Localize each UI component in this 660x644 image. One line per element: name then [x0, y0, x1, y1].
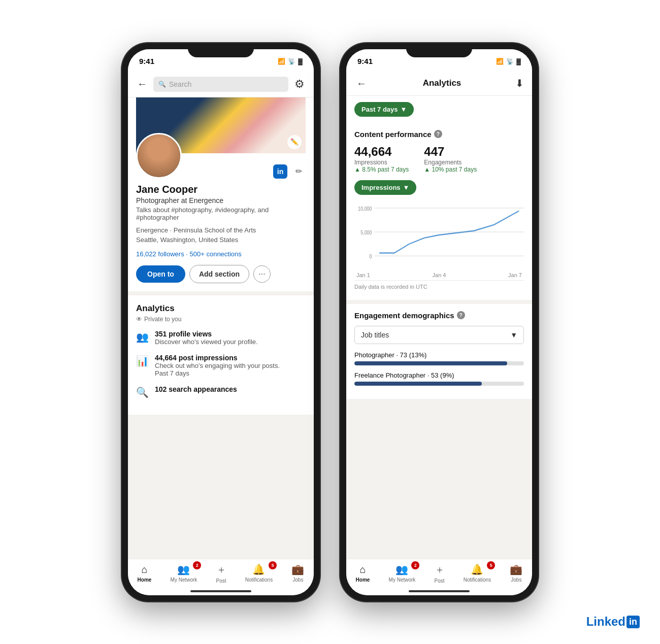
connections-link[interactable]: 500+ connections — [190, 250, 242, 258]
job-titles-dropdown[interactable]: Job titles ▼ — [354, 326, 524, 344]
chart-label-jan1: Jan 1 — [356, 272, 370, 278]
linkedin-branding: Linked in — [586, 615, 640, 629]
network-icon-left: 👥 — [177, 563, 190, 575]
impressions-filter-button[interactable]: Impressions ▼ — [354, 180, 416, 195]
svg-text:0: 0 — [369, 253, 372, 259]
edit-cover-button[interactable]: ✏️ — [287, 135, 302, 149]
analytics-views-text: 351 profile views Discover who's viewed … — [155, 330, 258, 346]
tab-network-left[interactable]: 👥 2 My Network — [171, 563, 197, 583]
content-performance-section: Content performance ? 44,664 Impressions… — [346, 123, 532, 300]
linkedin-in-badge: in — [626, 616, 640, 628]
tab-network-label-right: My Network — [389, 577, 416, 583]
notifications-icon-left: 🔔 — [252, 563, 265, 575]
right-phone: 9:41 📶 📡 ▓ ← Analytics ⬇ Past 7 days — [340, 43, 538, 601]
tab-notifications-label-right: Notifications — [464, 577, 491, 583]
analytics-item-impressions[interactable]: 📊 44,664 post impressions Check out who'… — [136, 354, 306, 377]
impressions-metric: 44,664 Impressions ▲ 8.5% past 7 days — [354, 145, 409, 173]
scroll-content-left: ✏️ in ✏ Jane Coop — [128, 97, 314, 564]
status-time-right: 9:41 — [357, 57, 373, 65]
open-to-button[interactable]: Open to — [136, 265, 185, 283]
engagement-help[interactable]: ? — [457, 311, 465, 319]
engagement-demographics-section: Engagement demographics ? Job titles ▼ P… — [346, 304, 532, 399]
chart-container: 10,000 5,000 0 — [354, 202, 524, 268]
back-button-right[interactable]: ← — [354, 76, 369, 91]
analytics-section-title: Analytics — [136, 303, 306, 314]
edit-profile-button[interactable]: ✏ — [291, 164, 306, 179]
tab-home-left[interactable]: ⌂ Home — [138, 564, 152, 583]
action-buttons: Open to Add section ··· — [136, 265, 306, 283]
analytics-views-desc: Discover who's viewed your profile. — [155, 338, 258, 346]
search-appearances-icon: 🔍 — [136, 386, 149, 398]
profile-name: Jane Cooper — [136, 184, 306, 195]
download-button[interactable]: ⬇ — [515, 77, 524, 89]
profile-location: Energence · Peninsula School of the Arts… — [136, 225, 306, 245]
notch-right — [406, 43, 472, 57]
analytics-search-title: 102 search appearances — [155, 385, 237, 393]
search-icon-left: 🔍 — [158, 81, 166, 88]
back-button-left[interactable]: ← — [135, 76, 149, 92]
notifications-badge-left: 5 — [269, 561, 277, 569]
svg-text:5,000: 5,000 — [360, 229, 372, 235]
demographic-photographer: Photographer · 73 (13%) — [354, 351, 524, 365]
notifications-icon-right: 🔔 — [471, 563, 483, 575]
post-icon-right: ＋ — [435, 563, 445, 577]
demographic-photographer-label: Photographer · 73 (13%) — [354, 351, 524, 359]
tab-notifications-label-left: Notifications — [245, 577, 273, 583]
content-perf-help[interactable]: ? — [434, 130, 442, 138]
demographic-freelance: Freelance Photographer · 53 (9%) — [354, 371, 524, 386]
add-section-button[interactable]: Add section — [189, 265, 249, 283]
analytics-search-text: 102 search appearances — [155, 385, 237, 393]
analytics-item-views[interactable]: 👥 351 profile views Discover who's viewe… — [136, 330, 306, 346]
analytics-impressions-desc: Check out who's engaging with your posts… — [155, 362, 280, 369]
dropdown-chevron: ▼ — [510, 331, 517, 339]
tab-jobs-label-left: Jobs — [292, 577, 303, 583]
impressions-change: ▲ 8.5% past 7 days — [354, 166, 409, 173]
analytics-panel: Analytics 👁 Private to you 👥 351 profile… — [128, 295, 314, 415]
search-box-left[interactable]: 🔍 Search — [153, 77, 288, 92]
tab-jobs-right[interactable]: 💼 Jobs — [510, 563, 522, 583]
followers-link[interactable]: 16,022 followers — [136, 250, 184, 258]
tab-notifications-left[interactable]: 🔔 5 Notifications — [245, 563, 273, 583]
analytics-impressions-text: 44,664 post impressions Check out who's … — [155, 354, 280, 377]
linkedin-badge-btn[interactable]: in — [273, 164, 287, 179]
profile-title: Photographer at Energence — [136, 196, 306, 205]
demographic-bar-fill-1 — [354, 361, 507, 365]
analytics-impressions-title: 44,664 post impressions — [155, 354, 280, 362]
tab-home-label-left: Home — [138, 577, 152, 583]
jobs-icon-left: 💼 — [291, 563, 304, 575]
more-options-button[interactable]: ··· — [253, 265, 271, 283]
tab-notifications-right[interactable]: 🔔 5 Notifications — [464, 563, 491, 583]
engagements-value: 447 — [424, 145, 477, 159]
demographic-bar-fill-2 — [354, 382, 482, 386]
notifications-badge-right: 5 — [487, 561, 495, 569]
tab-home-label-right: Home — [356, 577, 370, 583]
network-icon-right: 👥 — [395, 563, 408, 575]
followers-row: 16,022 followers · 500+ connections — [136, 250, 306, 258]
svg-text:10,000: 10,000 — [358, 205, 372, 211]
time-filter-button[interactable]: Past 7 days ▼ — [354, 102, 414, 117]
tab-home-right[interactable]: ⌂ Home — [356, 564, 370, 583]
chart-svg: 10,000 5,000 0 — [354, 202, 524, 268]
jobs-icon-right: 💼 — [510, 563, 522, 575]
tab-post-right[interactable]: ＋ Post — [435, 563, 445, 584]
tab-jobs-left[interactable]: 💼 Jobs — [291, 563, 304, 583]
home-icon-left: ⌂ — [141, 564, 147, 575]
engagement-title: Engagement demographics ? — [354, 311, 524, 320]
tab-jobs-label-right: Jobs — [511, 577, 521, 583]
tab-network-right[interactable]: 👥 2 My Network — [389, 563, 416, 583]
eye-icon: 👁 — [136, 316, 142, 323]
search-placeholder-left: Search — [169, 80, 191, 88]
network-badge-left: 2 — [193, 561, 201, 569]
chart-x-labels: Jan 1 Jan 4 Jan 7 — [354, 272, 524, 278]
status-icons-left: 📶 📡 ▓ — [278, 58, 303, 65]
nav-bar-left: ← 🔍 Search ⚙ — [128, 72, 314, 97]
gear-icon-left[interactable]: ⚙ — [292, 76, 307, 93]
analytics-item-search[interactable]: 🔍 102 search appearances — [136, 385, 306, 398]
avatar — [136, 133, 182, 179]
demographic-bar-bg-2 — [354, 382, 524, 386]
engagements-label: Engagements — [424, 159, 477, 166]
analytics-nav-title: Analytics — [423, 78, 461, 88]
signal-icon-left: 📶 — [278, 58, 285, 65]
tab-post-left[interactable]: ＋ Post — [216, 563, 226, 584]
tab-post-label-right: Post — [435, 578, 445, 584]
